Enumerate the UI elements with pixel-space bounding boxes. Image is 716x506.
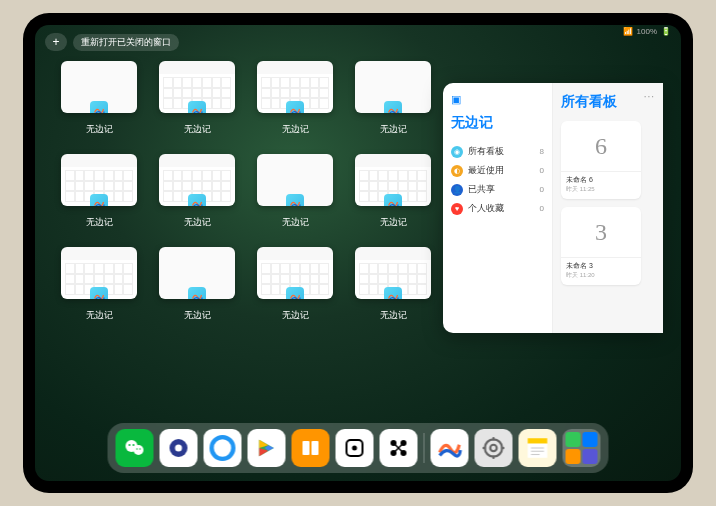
- dock-app-freeform[interactable]: [431, 429, 469, 467]
- svg-point-19: [485, 439, 502, 456]
- thumb-label: 无边记: [86, 216, 113, 229]
- expose-grid: 无边记 无边记 无边记 无边记 无边记: [61, 61, 441, 322]
- thumb-label: 无边记: [86, 309, 113, 322]
- board-time: 昨天 11:25: [566, 185, 636, 194]
- freeform-app-icon: [384, 101, 402, 113]
- board-name: 未命名 3: [566, 261, 636, 271]
- dock-app-wechat[interactable]: [116, 429, 154, 467]
- reopen-closed-window-button[interactable]: 重新打开已关闭的窗口: [73, 34, 179, 51]
- main-app-window[interactable]: ▣ 无边记 ◉ 所有看板 8◐ 最近使用 0👤 已共享 0♥ 个人收藏 0 ··…: [443, 83, 663, 333]
- svg-point-2: [129, 444, 131, 446]
- wifi-icon: 📶: [623, 27, 633, 36]
- screen: 📶 100% 🔋 + 重新打开已关闭的窗口 无边记 无边记: [35, 25, 681, 481]
- dock-app-connect[interactable]: [380, 429, 418, 467]
- board-thumbnail: 6: [561, 121, 641, 172]
- sidebar-item-count: 8: [540, 147, 544, 156]
- window-thumb[interactable]: 无边记: [355, 154, 431, 229]
- status-bar: 📶 100% 🔋: [623, 27, 671, 36]
- thumb-preview: [355, 247, 431, 299]
- sidebar-item-icon: ♥: [451, 203, 463, 215]
- svg-point-8: [212, 437, 234, 459]
- window-thumb[interactable]: 无边记: [257, 154, 333, 229]
- thumb-label: 无边记: [86, 123, 113, 136]
- thumb-label: 无边记: [282, 309, 309, 322]
- window-thumb[interactable]: 无边记: [61, 61, 137, 136]
- window-thumb[interactable]: 无边记: [159, 61, 235, 136]
- dock-app-qqbrowser[interactable]: [204, 429, 242, 467]
- board-thumbnail: 3: [561, 207, 641, 258]
- dock-app-books[interactable]: [292, 429, 330, 467]
- sidebar-item-label: 最近使用: [468, 164, 504, 177]
- sidebar-item-count: 0: [540, 166, 544, 175]
- sidebar-toggle-icon[interactable]: ▣: [451, 93, 544, 106]
- thumb-label: 无边记: [282, 216, 309, 229]
- dock-app-library[interactable]: [563, 429, 601, 467]
- sidebar-item[interactable]: 👤 已共享 0: [451, 180, 544, 199]
- dock-app-settings[interactable]: [475, 429, 513, 467]
- window-thumb[interactable]: 无边记: [257, 61, 333, 136]
- battery-icon: 🔋: [661, 27, 671, 36]
- freeform-app-icon: [90, 194, 108, 206]
- freeform-app-icon: [188, 287, 206, 299]
- sidebar-item-icon: ◉: [451, 146, 463, 158]
- freeform-app-icon: [90, 101, 108, 113]
- more-icon[interactable]: ···: [644, 91, 655, 102]
- freeform-app-icon: [286, 287, 304, 299]
- svg-point-12: [352, 446, 357, 451]
- thumb-label: 无边记: [282, 123, 309, 136]
- svg-rect-9: [303, 441, 310, 455]
- sidebar-item-count: 0: [540, 185, 544, 194]
- freeform-app-icon: [286, 194, 304, 206]
- content-title: 所有看板: [561, 93, 655, 111]
- sidebar-item[interactable]: ◐ 最近使用 0: [451, 161, 544, 180]
- svg-rect-25: [528, 438, 548, 443]
- dock-separator: [424, 433, 425, 463]
- thumb-preview: [159, 154, 235, 206]
- thumb-preview: [159, 61, 235, 113]
- thumb-preview: [257, 61, 333, 113]
- thumb-preview: [159, 247, 235, 299]
- add-window-button[interactable]: +: [45, 33, 67, 51]
- sidebar-item[interactable]: ◉ 所有看板 8: [451, 142, 544, 161]
- sidebar: ▣ 无边记 ◉ 所有看板 8◐ 最近使用 0👤 已共享 0♥ 个人收藏 0: [443, 83, 553, 333]
- freeform-app-icon: [384, 287, 402, 299]
- sidebar-item[interactable]: ♥ 个人收藏 0: [451, 199, 544, 218]
- thumb-label: 无边记: [184, 216, 211, 229]
- sidebar-item-label: 个人收藏: [468, 202, 504, 215]
- battery-text: 100%: [637, 27, 657, 36]
- window-thumb[interactable]: 无边记: [159, 247, 235, 322]
- freeform-app-icon: [188, 194, 206, 206]
- board-card[interactable]: 3 未命名 3 昨天 11:20: [561, 207, 641, 285]
- content-pane: ··· 所有看板 6 未命名 6 昨天 11:25 3 未命名 3 昨天 11:…: [553, 83, 663, 333]
- window-thumb[interactable]: 无边记: [61, 154, 137, 229]
- thumb-label: 无边记: [380, 123, 407, 136]
- window-thumb[interactable]: 无边记: [61, 247, 137, 322]
- thumb-preview: [355, 61, 431, 113]
- board-card[interactable]: 6 未命名 6 昨天 11:25: [561, 121, 641, 199]
- board-name: 未命名 6: [566, 175, 636, 185]
- window-thumb[interactable]: 无边记: [159, 154, 235, 229]
- top-controls: + 重新打开已关闭的窗口: [45, 33, 179, 51]
- sidebar-item-label: 已共享: [468, 183, 495, 196]
- svg-point-5: [139, 448, 141, 450]
- sidebar-item-count: 0: [540, 204, 544, 213]
- thumb-label: 无边记: [380, 309, 407, 322]
- sidebar-item-icon: ◐: [451, 165, 463, 177]
- sidebar-item-icon: 👤: [451, 184, 463, 196]
- svg-point-7: [175, 445, 182, 452]
- thumb-label: 无边记: [184, 309, 211, 322]
- window-thumb[interactable]: 无边记: [355, 61, 431, 136]
- svg-point-3: [133, 444, 135, 446]
- thumb-label: 无边记: [184, 123, 211, 136]
- dock-app-notes[interactable]: [519, 429, 557, 467]
- thumb-preview: [257, 154, 333, 206]
- dock-app-play[interactable]: [248, 429, 286, 467]
- svg-point-4: [136, 448, 138, 450]
- dock: [108, 423, 609, 473]
- dock-app-dice[interactable]: [336, 429, 374, 467]
- window-thumb[interactable]: 无边记: [257, 247, 333, 322]
- dock-app-quark[interactable]: [160, 429, 198, 467]
- window-thumb[interactable]: 无边记: [355, 247, 431, 322]
- thumb-preview: [61, 61, 137, 113]
- freeform-app-icon: [384, 194, 402, 206]
